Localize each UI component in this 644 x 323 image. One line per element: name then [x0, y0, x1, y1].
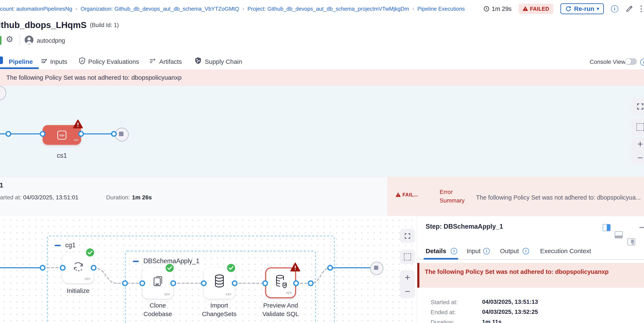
breadcrumb-account[interactable]: count: automationPipelinesNg — [0, 6, 72, 12]
group-cg1-label: cg1 — [65, 241, 76, 249]
breadcrumb-separator: › — [76, 6, 77, 12]
fullscreen-button[interactable] — [632, 98, 644, 115]
output-info-icon[interactable]: i — [522, 248, 529, 254]
code-glyph: </> — [164, 292, 170, 297]
breadcrumb-pipeline-executions[interactable]: Pipeline Executions — [417, 6, 465, 12]
inputs-tab-icon — [40, 57, 48, 65]
stage-failed-badge — [73, 119, 83, 129]
stage-duration: Duration: 1m 26s — [106, 194, 152, 201]
elapsed-time: 1m 29s — [483, 6, 512, 12]
panel-tab-input[interactable]: Input — [466, 247, 480, 255]
collapse-group-dbschemaapply-button[interactable] — [133, 261, 139, 262]
execution-graph-canvas[interactable]: cg1 DBSchemaApply_1 </> Initialize — [0, 216, 417, 323]
pipeline-title-row: ithub_dbops_LHqmS (Build Id: 1) — [0, 20, 119, 30]
marquee-select-button[interactable] — [400, 250, 415, 264]
caret-down-icon: ▾ — [597, 6, 599, 12]
info-icon[interactable]: i — [611, 5, 618, 13]
custom-stage-icon: </> — [56, 130, 67, 141]
stage-graph-canvas[interactable]: </> </> cs1 + − — [0, 86, 644, 177]
tab-inputs[interactable]: Inputs — [50, 58, 67, 65]
stop-icon — [374, 266, 378, 270]
pipeline-execution-page: count: automationPipelinesNg › Organizat… — [0, 0, 644, 323]
step-preview-validate-sql[interactable]: </> — [265, 267, 296, 298]
status-badge-label: FAILED — [530, 6, 549, 12]
svg-text:</>: </> — [59, 133, 64, 137]
kebab-menu-icon[interactable] — [640, 6, 642, 12]
layout-bottom-button[interactable] — [615, 231, 623, 238]
tab-artifacts[interactable]: Artifacts — [159, 58, 182, 65]
stage-info-bar: 1 arted at: 04/03/2025, 13:51:01 Duratio… — [0, 177, 644, 216]
breadcrumb: count: automationPipelinesNg › Organizat… — [0, 0, 489, 18]
marquee-select-button[interactable] — [632, 118, 644, 136]
run-actions: 1m 29s FAILED Re-run ▾ i — [483, 0, 642, 18]
layout-floating-button[interactable] — [627, 238, 635, 245]
started-at-value: 04/03/2025, 13:51:01 — [23, 194, 78, 201]
tab-policy-evaluations[interactable]: Policy Evaluations — [88, 58, 139, 65]
zoom-out-button[interactable]: − — [400, 284, 415, 298]
clone-codebase-icon — [152, 274, 164, 288]
code-glyph: </> — [286, 290, 292, 295]
field-ended-at-value: 04/03/2025, 13:52:25 — [482, 308, 538, 315]
tab-pipeline[interactable]: Pipeline — [9, 58, 33, 65]
step-success-badge — [226, 263, 236, 273]
step-preview-validate-sql-label: Preview And Validate SQL — [256, 301, 305, 318]
elapsed-time-value: 1m 29s — [492, 6, 512, 12]
minimize-panel-button[interactable] — [640, 227, 644, 228]
rerun-button[interactable]: Re-run ▾ — [560, 3, 604, 14]
user-avatar-icon — [25, 36, 34, 44]
step-initialize-label: Initialize — [62, 287, 95, 295]
database-icon — [213, 274, 226, 288]
error-summary-label: Error Summary — [440, 188, 471, 205]
policy-violation-banner: The following Policy Set was not adhered… — [0, 70, 644, 86]
step-error-box: The following Policy Set was not adhered… — [417, 263, 644, 288]
started-at-label: arted at: — [0, 194, 22, 201]
breadcrumb-separator: › — [412, 6, 414, 12]
fullscreen-button[interactable] — [400, 229, 415, 243]
zoom-out-button[interactable]: − — [632, 151, 644, 165]
input-info-icon[interactable]: i — [483, 248, 490, 254]
collapse-group-cg1-button[interactable] — [55, 245, 60, 246]
gear-icon[interactable]: ⚙ — [6, 34, 13, 44]
step-error-message: The following Policy Set was not adhered… — [425, 268, 609, 275]
step-success-badge — [165, 263, 174, 273]
build-id: (Build Id: 1) — [90, 22, 119, 29]
supply-chain-shield-icon — [194, 57, 202, 65]
breadcrumb-project[interactable]: Project: Github_db_devops_aut_db_schema_… — [248, 6, 409, 12]
layout-split-right-button[interactable] — [603, 224, 610, 231]
step-failed-badge — [290, 262, 300, 272]
panel-tab-execution-context[interactable]: Execution Context — [540, 247, 591, 255]
zoom-in-button[interactable]: + — [400, 270, 415, 284]
code-glyph: </> — [226, 292, 231, 297]
refresh-icon — [565, 6, 572, 12]
step-import-changesets-label: Import ChangeSets — [194, 301, 244, 318]
pipeline-tab-icon — [0, 57, 3, 64]
code-glyph: </> — [74, 138, 79, 142]
breadcrumb-organization[interactable]: Organization: Github_db_devops_aut_db_sc… — [80, 6, 239, 12]
details-info-icon[interactable]: i — [451, 248, 457, 254]
status-badge: FAILED — [519, 4, 553, 14]
meta-divider — [20, 34, 20, 46]
duration-label: Duration: — [106, 194, 130, 201]
stage-started-at: arted at: 04/03/2025, 13:51:01 — [0, 194, 78, 201]
panel-tab-output[interactable]: Output — [500, 247, 519, 255]
fail-badge-label: FAIL... — [402, 192, 418, 198]
code-glyph: </> — [85, 276, 90, 281]
field-ended-at-label: Ended at: — [431, 309, 456, 316]
edit-pencil-icon[interactable] — [626, 5, 633, 13]
clock-icon — [483, 6, 490, 12]
duration-value: 1m 26s — [132, 194, 152, 201]
error-summary-message: The following Policy Set was not adhered… — [476, 194, 643, 201]
zoom-in-button[interactable]: + — [632, 137, 644, 151]
error-summary-strip: FAIL... Error Summary The following Poli… — [388, 177, 644, 216]
stage-name-clipped: 1 — [0, 182, 3, 189]
database-validate-icon — [274, 274, 288, 289]
zoom-controls: + − — [632, 137, 644, 165]
policy-banner-message: The following Policy Set was not adhered… — [6, 74, 182, 81]
page-title: ithub_dbops_LHqmS — [0, 20, 86, 30]
panel-tab-details[interactable]: Details — [426, 247, 446, 255]
tab-supply-chain[interactable]: Supply Chain — [205, 58, 242, 65]
console-view-toggle[interactable] — [625, 58, 637, 65]
console-view-label: Console View — [590, 59, 626, 65]
fail-badge: FAIL... — [396, 192, 418, 198]
step-clone-codebase-label: Clone Codebase — [137, 301, 179, 318]
